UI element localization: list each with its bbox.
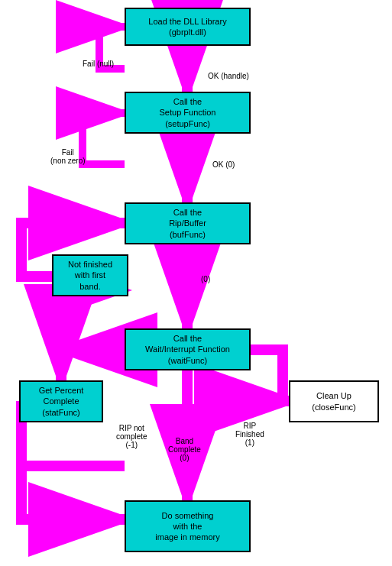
setup-func-label: Call the Setup Function (setupFunc) — [160, 96, 216, 129]
get-percent-label: Get Percent Complete (statFunc) — [39, 385, 84, 418]
do-something-box: Do something with the image in memory — [125, 500, 251, 552]
clean-up-box: Clean Up (closeFunc) — [289, 380, 379, 422]
ok-handle-label: OK (handle) — [208, 72, 249, 80]
wait-interrupt-box: Call the Wait/Interrupt Function (waitFu… — [125, 328, 251, 370]
load-dll-box: Load the DLL Library (gbrplt.dll) — [125, 8, 251, 46]
fail-nonzero-label: Fail (non zero) — [50, 148, 86, 165]
rip-finished-label: RIP Finished (1) — [235, 422, 264, 447]
setup-func-box: Call the Setup Function (setupFunc) — [125, 92, 251, 134]
band-complete-label: Band Complete (0) — [168, 437, 201, 462]
load-dll-label: Load the DLL Library (gbrplt.dll) — [148, 16, 226, 38]
not-finished-label: Not finished with first band. — [68, 259, 112, 292]
wait-interrupt-label: Call the Wait/Interrupt Function (waitFu… — [145, 333, 230, 366]
zero-label: (0) — [201, 275, 210, 283]
rip-buffer-label: Call the Rip/Buffer (bufFunc) — [169, 207, 206, 240]
fail-null-label: Fail (null) — [83, 60, 114, 68]
get-percent-box: Get Percent Complete (statFunc) — [19, 380, 103, 422]
not-finished-box: Not finished with first band. — [52, 254, 128, 296]
do-something-label: Do something with the image in memory — [155, 510, 219, 543]
rip-not-complete-label: RIP not complete (-1) — [116, 424, 147, 449]
ok-0-label: OK (0) — [212, 160, 235, 169]
flowchart: Load the DLL Library (gbrplt.dll) Fail (… — [0, 0, 392, 566]
clean-up-label: Clean Up (closeFunc) — [312, 390, 355, 412]
rip-buffer-box: Call the Rip/Buffer (bufFunc) — [125, 202, 251, 244]
